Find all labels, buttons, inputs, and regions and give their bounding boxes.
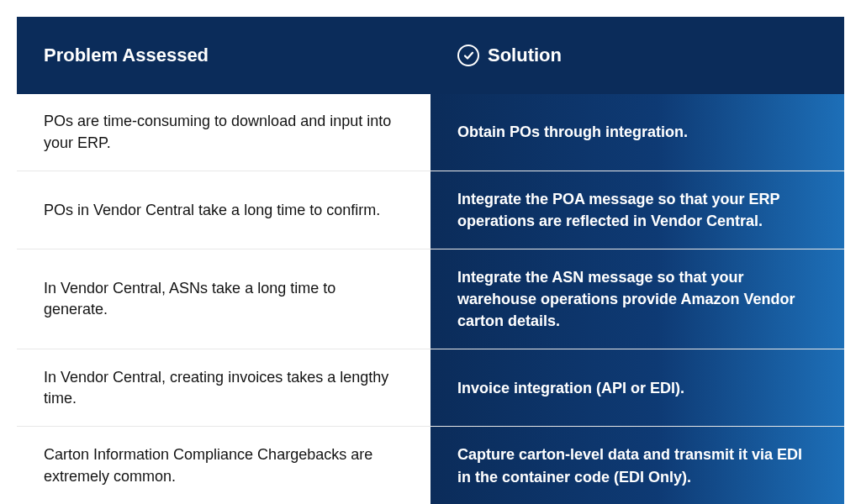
problem-text: Carton Information Compliance Chargeback… — [44, 444, 404, 486]
problem-cell: POs in Vendor Central take a long time t… — [17, 171, 430, 249]
solution-cell: Obtain POs through integration. — [430, 94, 844, 171]
table-row: In Vendor Central, ASNs take a long time… — [17, 249, 844, 349]
table-body: POs are time-consuming to download and i… — [17, 94, 844, 504]
header-solution-label: Solution — [488, 42, 562, 69]
table-row: POs in Vendor Central take a long time t… — [17, 171, 844, 249]
header-solution-cell: Solution — [430, 17, 844, 94]
solution-text: Invoice integration (API or EDI). — [457, 377, 684, 399]
problem-cell: Carton Information Compliance Chargeback… — [17, 427, 430, 504]
problem-text: In Vendor Central, ASNs take a long time… — [44, 278, 404, 320]
problem-text: POs are time-consuming to download and i… — [44, 111, 404, 153]
solution-cell: Invoice integration (API or EDI). — [430, 349, 844, 426]
problem-text: In Vendor Central, creating invoices tak… — [44, 367, 404, 409]
table-row: POs are time-consuming to download and i… — [17, 94, 844, 171]
solution-text: Integrate the ASN message so that your w… — [457, 266, 817, 332]
header-problem-cell: Problem Assessed — [17, 17, 430, 94]
solution-text: Obtain POs through integration. — [457, 121, 688, 143]
solution-text: Capture carton-level data and transmit i… — [457, 444, 817, 487]
solution-text: Integrate the POA message so that your E… — [457, 188, 817, 232]
table-row: In Vendor Central, creating invoices tak… — [17, 349, 844, 427]
problem-solution-table: Problem Assessed Solution POs are time-c… — [17, 17, 844, 504]
solution-cell: Capture carton-level data and transmit i… — [430, 427, 844, 504]
problem-cell: In Vendor Central, ASNs take a long time… — [17, 249, 430, 349]
table-header-row: Problem Assessed Solution — [17, 17, 844, 94]
table-row: Carton Information Compliance Chargeback… — [17, 427, 844, 504]
problem-cell: POs are time-consuming to download and i… — [17, 94, 430, 171]
problem-text: POs in Vendor Central take a long time t… — [44, 200, 380, 221]
problem-cell: In Vendor Central, creating invoices tak… — [17, 349, 430, 426]
solution-cell: Integrate the ASN message so that your w… — [430, 249, 844, 349]
check-circle-icon — [457, 45, 479, 66]
header-problem-label: Problem Assessed — [44, 43, 209, 69]
solution-cell: Integrate the POA message so that your E… — [430, 171, 844, 249]
